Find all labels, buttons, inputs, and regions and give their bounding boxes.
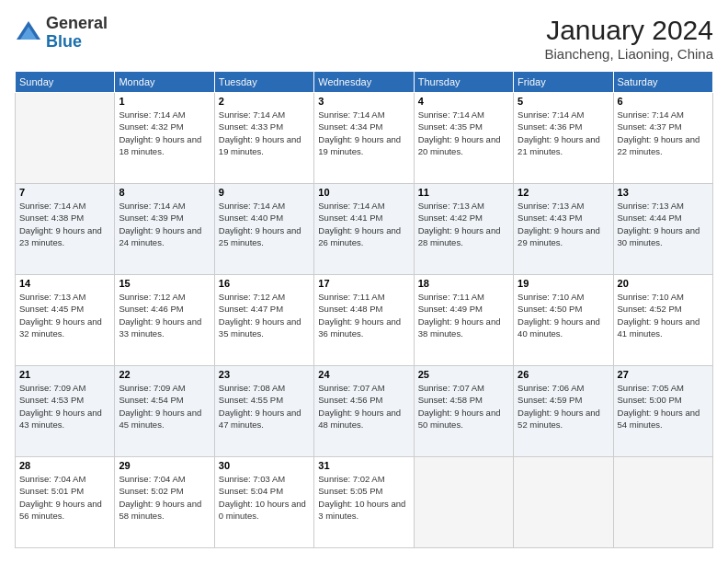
day-info: Sunrise: 7:14 AMSunset: 4:41 PMDaylight:… [318, 200, 409, 248]
day-info: Sunrise: 7:11 AMSunset: 4:49 PMDaylight:… [418, 291, 509, 339]
day-number: 17 [318, 278, 409, 289]
calendar-week-row: 7Sunrise: 7:14 AMSunset: 4:38 PMDaylight… [16, 184, 713, 275]
calendar-day-cell: 2Sunrise: 7:14 AMSunset: 4:33 PMDaylight… [214, 93, 313, 184]
day-info: Sunrise: 7:03 AMSunset: 5:04 PMDaylight:… [219, 473, 310, 522]
day-number: 2 [219, 96, 310, 107]
calendar-day-cell: 29Sunrise: 7:04 AMSunset: 5:02 PMDayligh… [115, 457, 214, 548]
day-number: 24 [318, 369, 409, 380]
day-number: 25 [418, 369, 509, 380]
logo-text: General Blue [46, 15, 108, 52]
day-info: Sunrise: 7:04 AMSunset: 5:02 PMDaylight:… [119, 473, 210, 522]
day-info: Sunrise: 7:09 AMSunset: 4:53 PMDaylight:… [19, 382, 110, 431]
day-number: 26 [518, 369, 609, 380]
calendar-day-cell: 25Sunrise: 7:07 AMSunset: 4:58 PMDayligh… [414, 366, 513, 457]
calendar-day-cell: 16Sunrise: 7:12 AMSunset: 4:47 PMDayligh… [214, 275, 313, 366]
day-info: Sunrise: 7:07 AMSunset: 4:56 PMDaylight:… [318, 382, 409, 431]
calendar-day-cell: 4Sunrise: 7:14 AMSunset: 4:35 PMDaylight… [414, 93, 513, 184]
calendar-day-cell: 14Sunrise: 7:13 AMSunset: 4:45 PMDayligh… [16, 275, 115, 366]
day-info: Sunrise: 7:14 AMSunset: 4:38 PMDaylight:… [19, 200, 110, 248]
day-number: 9 [219, 187, 310, 198]
calendar-day-cell: 13Sunrise: 7:13 AMSunset: 4:44 PMDayligh… [613, 184, 712, 275]
day-info: Sunrise: 7:14 AMSunset: 4:40 PMDaylight:… [219, 200, 310, 248]
calendar-day-cell: 26Sunrise: 7:06 AMSunset: 4:59 PMDayligh… [514, 366, 613, 457]
calendar-day-cell: 28Sunrise: 7:04 AMSunset: 5:01 PMDayligh… [16, 457, 115, 548]
day-info: Sunrise: 7:13 AMSunset: 4:45 PMDaylight:… [19, 291, 110, 339]
logo: General Blue [15, 15, 108, 52]
day-number: 30 [219, 460, 310, 471]
calendar-day-cell: 11Sunrise: 7:13 AMSunset: 4:42 PMDayligh… [414, 184, 513, 275]
calendar-day-cell: 31Sunrise: 7:02 AMSunset: 5:05 PMDayligh… [314, 457, 414, 548]
day-number: 28 [19, 460, 110, 471]
title-block: January 2024 Biancheng, Liaoning, China [545, 15, 713, 62]
day-number: 20 [618, 278, 709, 289]
month-title: January 2024 [545, 15, 713, 46]
day-number: 10 [318, 187, 409, 198]
calendar-day-cell: 3Sunrise: 7:14 AMSunset: 4:34 PMDaylight… [314, 93, 414, 184]
calendar-day-cell: 17Sunrise: 7:11 AMSunset: 4:48 PMDayligh… [314, 275, 414, 366]
calendar-day-cell: 23Sunrise: 7:08 AMSunset: 4:55 PMDayligh… [214, 366, 313, 457]
calendar-table: SundayMondayTuesdayWednesdayThursdayFrid… [15, 71, 713, 548]
day-info: Sunrise: 7:06 AMSunset: 4:59 PMDaylight:… [518, 382, 609, 431]
day-info: Sunrise: 7:11 AMSunset: 4:48 PMDaylight:… [318, 291, 409, 339]
day-info: Sunrise: 7:14 AMSunset: 4:37 PMDaylight:… [618, 109, 709, 157]
day-number: 13 [618, 187, 709, 198]
day-number: 6 [618, 96, 709, 107]
day-info: Sunrise: 7:13 AMSunset: 4:43 PMDaylight:… [518, 200, 609, 248]
calendar-day-cell: 30Sunrise: 7:03 AMSunset: 5:04 PMDayligh… [214, 457, 313, 548]
day-info: Sunrise: 7:10 AMSunset: 4:50 PMDaylight:… [518, 291, 609, 339]
calendar-day-cell: 9Sunrise: 7:14 AMSunset: 4:40 PMDaylight… [214, 184, 313, 275]
day-number: 16 [219, 278, 310, 289]
day-number: 7 [19, 187, 110, 198]
calendar-day-cell [514, 457, 613, 548]
day-info: Sunrise: 7:13 AMSunset: 4:42 PMDaylight:… [418, 200, 509, 248]
day-number: 3 [318, 96, 409, 107]
location-subtitle: Biancheng, Liaoning, China [545, 46, 713, 62]
day-info: Sunrise: 7:08 AMSunset: 4:55 PMDaylight:… [219, 382, 310, 431]
day-number: 18 [418, 278, 509, 289]
logo-general-text: General [46, 15, 108, 33]
calendar-header-saturday: Saturday [613, 72, 712, 93]
calendar-header-monday: Monday [115, 72, 214, 93]
day-number: 12 [518, 187, 609, 198]
day-info: Sunrise: 7:04 AMSunset: 5:01 PMDaylight:… [19, 473, 110, 522]
day-info: Sunrise: 7:09 AMSunset: 4:54 PMDaylight:… [119, 382, 210, 431]
calendar-week-row: 21Sunrise: 7:09 AMSunset: 4:53 PMDayligh… [16, 366, 713, 457]
calendar-week-row: 14Sunrise: 7:13 AMSunset: 4:45 PMDayligh… [16, 275, 713, 366]
day-info: Sunrise: 7:14 AMSunset: 4:35 PMDaylight:… [418, 109, 509, 157]
calendar-day-cell: 7Sunrise: 7:14 AMSunset: 4:38 PMDaylight… [16, 184, 115, 275]
day-number: 27 [618, 369, 709, 380]
day-number: 19 [518, 278, 609, 289]
day-info: Sunrise: 7:07 AMSunset: 4:58 PMDaylight:… [418, 382, 509, 431]
calendar-day-cell: 18Sunrise: 7:11 AMSunset: 4:49 PMDayligh… [414, 275, 513, 366]
calendar-day-cell [16, 93, 115, 184]
calendar-day-cell: 12Sunrise: 7:13 AMSunset: 4:43 PMDayligh… [514, 184, 613, 275]
calendar-day-cell: 10Sunrise: 7:14 AMSunset: 4:41 PMDayligh… [314, 184, 414, 275]
calendar-day-cell: 22Sunrise: 7:09 AMSunset: 4:54 PMDayligh… [115, 366, 214, 457]
day-number: 21 [19, 369, 110, 380]
calendar-week-row: 28Sunrise: 7:04 AMSunset: 5:01 PMDayligh… [16, 457, 713, 548]
calendar-day-cell: 27Sunrise: 7:05 AMSunset: 5:00 PMDayligh… [613, 366, 712, 457]
day-info: Sunrise: 7:12 AMSunset: 4:47 PMDaylight:… [219, 291, 310, 339]
logo-icon [15, 19, 42, 47]
calendar-day-cell: 24Sunrise: 7:07 AMSunset: 4:56 PMDayligh… [314, 366, 414, 457]
day-info: Sunrise: 7:02 AMSunset: 5:05 PMDaylight:… [318, 473, 409, 522]
day-number: 15 [119, 278, 210, 289]
day-info: Sunrise: 7:14 AMSunset: 4:33 PMDaylight:… [219, 109, 310, 157]
day-number: 8 [119, 187, 210, 198]
day-number: 29 [119, 460, 210, 471]
logo-blue-text: Blue [46, 33, 108, 52]
day-info: Sunrise: 7:05 AMSunset: 5:00 PMDaylight:… [618, 382, 709, 431]
calendar-header-wednesday: Wednesday [314, 72, 414, 93]
page: General Blue January 2024 Biancheng, Lia… [0, 0, 728, 563]
calendar-day-cell [414, 457, 513, 548]
day-info: Sunrise: 7:14 AMSunset: 4:39 PMDaylight:… [119, 200, 210, 248]
calendar-day-cell: 15Sunrise: 7:12 AMSunset: 4:46 PMDayligh… [115, 275, 214, 366]
day-info: Sunrise: 7:13 AMSunset: 4:44 PMDaylight:… [618, 200, 709, 248]
day-number: 1 [119, 96, 210, 107]
calendar-day-cell: 19Sunrise: 7:10 AMSunset: 4:50 PMDayligh… [514, 275, 613, 366]
calendar-day-cell: 1Sunrise: 7:14 AMSunset: 4:32 PMDaylight… [115, 93, 214, 184]
calendar-day-cell: 5Sunrise: 7:14 AMSunset: 4:36 PMDaylight… [514, 93, 613, 184]
calendar-header-thursday: Thursday [414, 72, 513, 93]
day-number: 31 [318, 460, 409, 471]
day-info: Sunrise: 7:14 AMSunset: 4:34 PMDaylight:… [318, 109, 409, 157]
